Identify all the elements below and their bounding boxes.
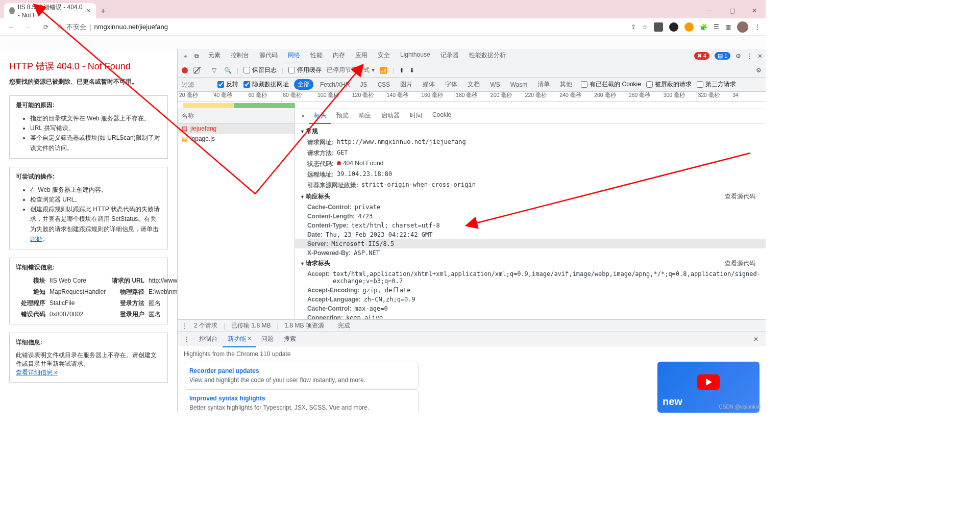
- disable-cache-checkbox[interactable]: 停用缓存: [288, 66, 322, 74]
- device-icon[interactable]: ⧉: [191, 53, 202, 60]
- minimize-icon[interactable]: —: [698, 3, 721, 18]
- type-filter[interactable]: 媒体: [419, 79, 438, 90]
- close-window-icon[interactable]: ✕: [743, 3, 766, 18]
- tab-控制台[interactable]: 控制台: [226, 48, 254, 64]
- type-filter[interactable]: WS: [486, 80, 503, 89]
- type-filter[interactable]: CSS: [374, 80, 394, 89]
- maximize-icon[interactable]: ▢: [721, 3, 743, 18]
- invert-checkbox[interactable]: 反转: [217, 80, 238, 89]
- doc-icon: ▤: [182, 125, 187, 132]
- filter-input[interactable]: [182, 81, 212, 88]
- causes-heading: 最可能的原因:: [16, 101, 161, 110]
- request-row[interactable]: ▤jiejuefang: [178, 123, 295, 134]
- tab-记录器[interactable]: 记录器: [435, 48, 464, 64]
- type-filter[interactable]: 图片: [397, 79, 416, 90]
- preserve-log-checkbox[interactable]: 保留日志: [243, 66, 277, 74]
- upload-icon[interactable]: ⬆: [399, 67, 404, 74]
- page-title: HTTP 错误 404.0 - Not Found: [9, 60, 168, 72]
- request-row[interactable]: ▤inpage.js: [178, 134, 295, 144]
- share-icon[interactable]: ⇪: [631, 23, 636, 31]
- detail-tab[interactable]: 标头: [309, 109, 331, 124]
- hide-data-checkbox[interactable]: 隐藏数据网址: [243, 80, 289, 89]
- clear-icon[interactable]: [193, 67, 200, 74]
- tab-元素[interactable]: 元素: [203, 48, 226, 64]
- side-panel-icon[interactable]: ▥: [725, 23, 731, 31]
- url-display[interactable]: ⚠ 不安全 | nmgxinnuo.net/jiejuefang: [57, 22, 168, 32]
- extension-icon[interactable]: [669, 22, 678, 32]
- tab-安全[interactable]: 安全: [373, 48, 395, 64]
- throttle-select[interactable]: 已停用节流模式 ▾: [327, 66, 374, 74]
- detail-tab[interactable]: 启动器: [376, 109, 405, 124]
- more-link[interactable]: 查看详细信息 »: [16, 369, 58, 376]
- drawer-tab[interactable]: 搜索: [279, 332, 301, 347]
- general-section[interactable]: 常规: [295, 125, 766, 137]
- tab-网络[interactable]: 网络: [283, 48, 305, 64]
- close-drawer-icon[interactable]: ✕: [749, 336, 763, 343]
- wifi-icon[interactable]: 📶: [380, 67, 387, 74]
- more-icon[interactable]: ⋮: [746, 53, 752, 60]
- drawer-tab[interactable]: 新功能 ×: [223, 332, 256, 347]
- download-icon[interactable]: ⬇: [409, 67, 414, 74]
- detail-heading: 详细错误信息:: [16, 263, 161, 272]
- type-filter[interactable]: Wasm: [507, 80, 531, 89]
- extension-icon[interactable]: [654, 22, 663, 32]
- timeline-ruler[interactable]: 20 毫秒40 毫秒60 毫秒80 毫秒100 毫秒120 毫秒140 毫秒16…: [178, 92, 766, 102]
- close-tab-icon[interactable]: ×: [87, 7, 91, 15]
- forward-icon[interactable]: →: [22, 21, 35, 33]
- reload-icon[interactable]: ⟳: [40, 21, 52, 33]
- header-row: Content-Type:text/html; charset=utf-8: [295, 221, 766, 230]
- type-filter[interactable]: 文档: [464, 79, 483, 90]
- settings-icon[interactable]: ⚙: [736, 53, 741, 60]
- request-headers-section[interactable]: 请求标头查看源代码: [295, 258, 766, 269]
- info-badge[interactable]: ▤ 1: [715, 52, 730, 60]
- bookmark-icon[interactable]: ☆: [642, 23, 648, 31]
- type-filter[interactable]: 全部: [294, 79, 313, 90]
- record-icon[interactable]: [182, 67, 188, 73]
- new-tab-button[interactable]: +: [96, 4, 110, 18]
- inspect-icon[interactable]: ⟐: [181, 53, 190, 60]
- tab-源代码[interactable]: 源代码: [254, 48, 283, 64]
- type-filter[interactable]: 其他: [556, 79, 576, 90]
- close-devtools-icon[interactable]: ✕: [757, 53, 763, 60]
- close-details-icon[interactable]: ×: [298, 113, 308, 120]
- timeline-overview[interactable]: [178, 102, 766, 109]
- whatsnew-card[interactable]: Recorder panel updatesView and highlight…: [184, 362, 419, 389]
- reading-list-icon[interactable]: ☰: [714, 23, 719, 31]
- name-column-header[interactable]: 名称: [178, 109, 295, 123]
- try-item: 创建跟踪规则以跟踪此 HTTP 状态代码的失败请求，并查看是哪个模块在调用 Se…: [30, 205, 161, 244]
- here-link[interactable]: 此处: [30, 235, 42, 242]
- detail-tab[interactable]: 时间: [405, 109, 427, 124]
- extension-icon[interactable]: [684, 22, 694, 32]
- tab-性能[interactable]: 性能: [305, 48, 328, 64]
- error-badge[interactable]: ✖ 4: [694, 52, 709, 60]
- back-icon[interactable]: ←: [5, 21, 17, 33]
- blocked-requests-checkbox[interactable]: 被屏蔽的请求: [646, 80, 692, 89]
- type-filter[interactable]: 字体: [442, 79, 461, 90]
- filter-icon[interactable]: ▽: [212, 67, 219, 74]
- view-source-link[interactable]: 查看源代码: [725, 192, 755, 201]
- response-headers-section[interactable]: 响应标头查看源代码: [295, 191, 766, 203]
- tab-内存[interactable]: 内存: [328, 48, 350, 64]
- tab-Lighthouse[interactable]: Lighthouse: [395, 48, 435, 64]
- type-filter[interactable]: JS: [357, 80, 371, 89]
- drawer-tab[interactable]: 问题: [256, 332, 279, 347]
- detail-tab[interactable]: Cookie: [427, 109, 456, 124]
- profile-avatar[interactable]: [737, 21, 748, 33]
- tab-应用[interactable]: 应用: [350, 48, 373, 64]
- search-icon[interactable]: 🔍: [224, 67, 232, 74]
- network-settings-icon[interactable]: ⚙: [756, 67, 762, 74]
- type-filter[interactable]: Fetch/XHR: [316, 80, 354, 89]
- detail-tab[interactable]: 响应: [354, 109, 376, 124]
- whatsnew-card[interactable]: Improved syntax higlightsBetter syntax h…: [184, 389, 419, 413]
- type-filter[interactable]: 清单: [534, 79, 553, 90]
- page-subtitle: 您要找的资源已被删除、已更名或暂时不可用。: [9, 78, 168, 86]
- menu-icon[interactable]: ⋮: [754, 23, 761, 31]
- tab-性能数据分析[interactable]: 性能数据分析: [464, 48, 511, 64]
- extensions-icon[interactable]: 🧩: [700, 23, 707, 31]
- browser-tab[interactable]: IIS 8.5 详细错误 - 404.0 - Not F ×: [4, 3, 96, 18]
- blocked-cookies-checkbox[interactable]: 有已拦截的 Cookie: [581, 80, 641, 89]
- drawer-tab[interactable]: 控制台: [194, 332, 223, 347]
- detail-tab[interactable]: 预览: [331, 109, 354, 124]
- third-party-checkbox[interactable]: 第三方请求: [697, 80, 736, 89]
- view-source-link[interactable]: 查看源代码: [725, 259, 755, 268]
